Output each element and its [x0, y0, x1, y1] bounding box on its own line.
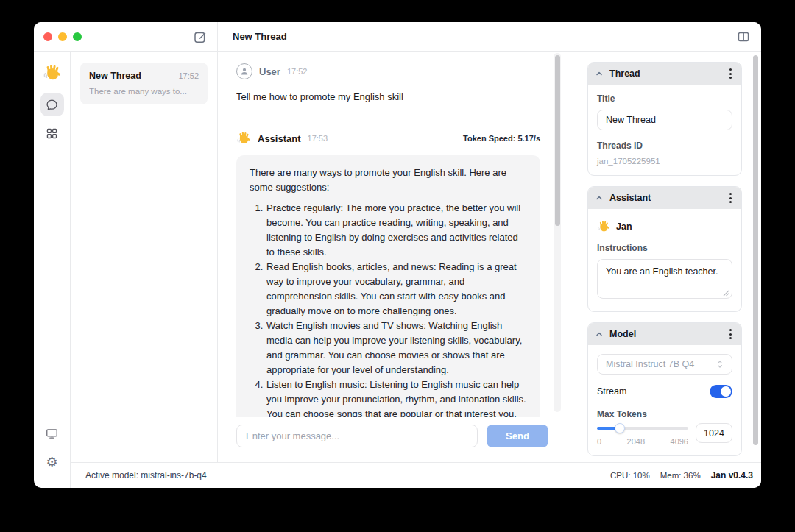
- list-item: Read English books, articles, and news: …: [266, 260, 527, 319]
- window-controls: [43, 32, 82, 41]
- model-card-header[interactable]: Model: [588, 323, 741, 345]
- toggle-knob: [721, 386, 731, 397]
- list-item: Watch English movies and TV shows: Watch…: [266, 319, 527, 377]
- thread-item-preview: There are many ways to...: [89, 87, 199, 96]
- message-input[interactable]: [236, 425, 478, 447]
- thread-list-item[interactable]: New Thread 17:52 There are many ways to.…: [80, 63, 208, 104]
- title-field-label: Title: [597, 93, 732, 104]
- thread-item-title: New Thread: [89, 71, 141, 81]
- assistant-settings-card: Assistant Jan Instructions You: [587, 186, 742, 312]
- jan-app-window: New Thread: [34, 22, 761, 488]
- titlebar-main-section: New Thread: [218, 22, 761, 51]
- page-title: New Thread: [233, 31, 287, 42]
- assistant-name-value: Jan: [616, 221, 632, 232]
- nav-system-monitor-button[interactable]: [40, 422, 64, 445]
- thread-item-time: 17:52: [178, 71, 199, 80]
- gear-icon: ⚙: [46, 455, 57, 469]
- active-model-status: Active model: mistral-ins-7b-q4: [85, 470, 207, 480]
- threads-id-value: jan_1705225951: [597, 157, 732, 166]
- max-tokens-slider-row: 0 2048 4096: [597, 427, 732, 446]
- panel-scrollbar-thumb[interactable]: [753, 55, 758, 445]
- chevron-up-icon: [596, 70, 603, 77]
- stream-setting-row: Stream: [597, 385, 732, 398]
- user-message-text: Tell me how to promote my English skill: [236, 91, 540, 104]
- instructions-label: Instructions: [597, 243, 732, 253]
- person-icon: [240, 67, 249, 76]
- nav-hub-button[interactable]: [40, 121, 64, 145]
- memory-usage-readout: Mem: 36%: [660, 471, 701, 480]
- nav-settings-button[interactable]: ⚙: [40, 450, 64, 474]
- model-card-menu-button[interactable]: [727, 327, 734, 341]
- assistant-message-header: Assistant 17:53 Token Speed: 5.17/s: [236, 131, 540, 146]
- max-tokens-scale: 0 2048 4096: [597, 437, 688, 446]
- toggle-right-panel-button[interactable]: [737, 30, 750, 43]
- compose-icon: [193, 29, 208, 44]
- assistant-message: Assistant 17:53 Token Speed: 5.17/s Ther…: [236, 131, 540, 417]
- thread-card-menu-button[interactable]: [727, 66, 734, 81]
- assistant-card-header[interactable]: Assistant: [588, 187, 741, 209]
- max-tokens-label: Max Tokens: [597, 409, 732, 419]
- chat-scrollbar-thumb[interactable]: [555, 55, 560, 226]
- app-ribbon: ⚙: [34, 52, 71, 488]
- assistant-card-menu-button[interactable]: [727, 191, 734, 205]
- nav-chat-button[interactable]: [40, 93, 64, 116]
- scale-tick: 0: [597, 437, 601, 446]
- model-select-value: Mistral Instruct 7B Q4: [606, 359, 694, 369]
- app-version-label: Jan v0.4.3: [711, 470, 753, 480]
- assistant-message-time: 17:53: [308, 134, 328, 143]
- max-tokens-value-input[interactable]: [696, 423, 732, 443]
- wave-hand-icon: [597, 220, 610, 233]
- stream-label: Stream: [597, 386, 626, 397]
- assistant-intro-text: There are many ways to promote your Engl…: [250, 166, 527, 195]
- cpu-usage-readout: CPU: 10%: [610, 471, 650, 480]
- message-input-row: Send: [218, 417, 579, 462]
- max-tokens-slider-track[interactable]: [597, 427, 688, 430]
- send-button[interactable]: Send: [487, 425, 548, 447]
- assistant-message-bubble: There are many ways to promote your Engl…: [236, 155, 540, 417]
- status-bar: Active model: mistral-ins-7b-q4 CPU: 10%…: [71, 462, 761, 488]
- assistant-message-sender: Assistant: [258, 133, 301, 144]
- message-scroll-area: User 17:52 Tell me how to promote my Eng…: [218, 52, 579, 417]
- thread-settings-panel: Thread Title Threads ID jan_1705225951: [579, 52, 761, 462]
- model-settings-card: Model Mistral Instruct 7B Q4: [587, 322, 742, 456]
- instructions-textarea[interactable]: You are an English teacher.: [597, 259, 732, 299]
- chevron-up-icon: [596, 194, 603, 202]
- assistant-identity-row: Jan: [597, 220, 732, 233]
- chevron-up-icon: [596, 330, 603, 338]
- chat-area: User 17:52 Tell me how to promote my Eng…: [218, 52, 579, 462]
- stream-toggle[interactable]: [710, 385, 732, 398]
- user-message-sender: User: [259, 66, 280, 77]
- user-message-header: User 17:52: [236, 63, 540, 79]
- assistant-card-title: Assistant: [610, 193, 651, 203]
- model-select[interactable]: Mistral Instruct 7B Q4: [597, 354, 732, 375]
- max-tokens-slider-thumb[interactable]: [615, 423, 625, 433]
- jan-logo-icon: [43, 63, 62, 82]
- chat-scrollbar-track: [554, 53, 561, 412]
- updown-chevron-icon: [716, 360, 724, 369]
- user-avatar: [236, 63, 252, 79]
- zoom-window-button[interactable]: [73, 32, 82, 41]
- thread-card-title: Thread: [610, 68, 640, 79]
- user-message-time: 17:52: [287, 67, 308, 76]
- thread-title-input[interactable]: [597, 110, 732, 130]
- grid-icon: [46, 127, 58, 140]
- titlebar-left-section: [34, 22, 218, 51]
- titlebar: New Thread: [34, 22, 761, 52]
- new-thread-compose-button[interactable]: [193, 29, 208, 44]
- threads-id-label: Threads ID: [597, 141, 732, 151]
- token-speed-readout: Token Speed: 5.17/s: [463, 134, 540, 143]
- minimize-window-button[interactable]: [58, 32, 67, 41]
- chat-bubble-icon: [45, 98, 59, 112]
- desktop-background: New Thread: [0, 0, 795, 532]
- model-card-title: Model: [610, 329, 636, 339]
- list-item: Listen to English music: Listening to En…: [266, 377, 527, 417]
- scale-tick: 2048: [627, 437, 645, 446]
- close-window-button[interactable]: [43, 32, 52, 41]
- thread-list-panel: New Thread 17:52 There are many ways to.…: [71, 52, 218, 462]
- thread-card-header[interactable]: Thread: [588, 63, 741, 85]
- wave-hand-icon: [236, 131, 251, 146]
- panel-toggle-icon: [737, 30, 750, 43]
- scale-tick: 4096: [671, 437, 688, 446]
- thread-settings-card: Thread Title Threads ID jan_1705225951: [587, 62, 742, 176]
- list-item: Practice regularly: The more you practic…: [266, 201, 527, 260]
